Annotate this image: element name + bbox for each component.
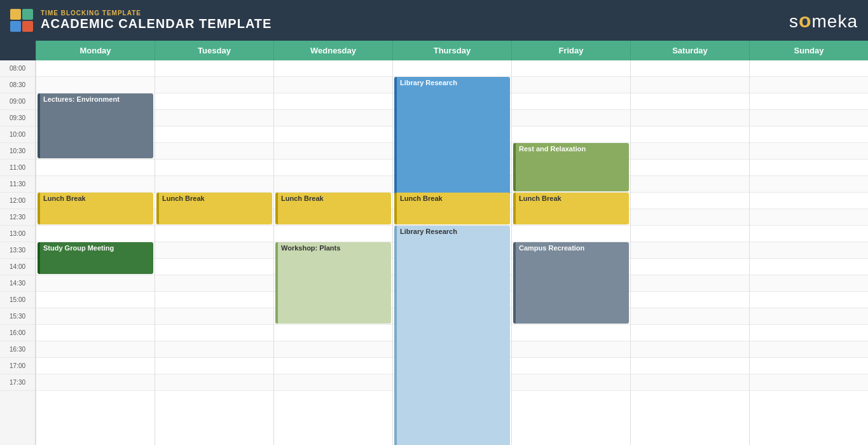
cell-tuesday-1330: [155, 242, 273, 259]
template-title: ACADEMIC CALENDAR TEMPLATE: [41, 17, 272, 31]
cell-saturday-1530: [631, 308, 749, 325]
cell-friday-0800: [512, 60, 630, 77]
cell-monday-1700: [36, 358, 155, 374]
cell-sunday-1100: [750, 160, 868, 176]
cell-monday-1500: [36, 292, 155, 308]
day-header-wednesday: Wednesday: [273, 41, 392, 60]
cell-saturday-1700: [631, 358, 749, 374]
cell-wednesday-1030: [274, 143, 392, 160]
cell-sunday-1030: [750, 143, 868, 160]
cell-monday-1600: [36, 325, 155, 341]
template-subtitle: TIME BLOCKING TEMPLATE: [41, 10, 272, 17]
time-slot-1500: 15:00: [0, 292, 35, 308]
cell-saturday-0800: [631, 60, 749, 77]
cell-saturday-1600: [631, 325, 749, 341]
cell-tuesday-1000: [155, 127, 273, 143]
cell-friday-0930: [512, 110, 630, 127]
cell-saturday-0900: [631, 93, 749, 110]
day-headers: Monday Tuesday Wednesday Thursday Friday…: [0, 41, 868, 60]
cell-sunday-1600: [750, 325, 868, 341]
cell-saturday-1730: [631, 374, 749, 391]
time-slot-1200: 12:00: [0, 193, 35, 209]
event-tuesday-0[interactable]: Lunch Break: [156, 193, 272, 224]
day-header-friday: Friday: [511, 41, 630, 60]
cell-friday-1000: [512, 127, 630, 143]
cell-wednesday-0930: [274, 110, 392, 127]
cell-tuesday-1130: [155, 176, 273, 193]
event-thursday-1[interactable]: Lunch Break: [394, 193, 510, 224]
time-slot-1100: 11:00: [0, 160, 35, 176]
app-container: TIME BLOCKING TEMPLATE ACADEMIC CALENDAR…: [0, 0, 868, 445]
brand-logo: someka: [789, 9, 858, 32]
cell-friday-1600: [512, 325, 630, 341]
time-slot-0830: 08:30: [0, 77, 35, 93]
cell-sunday-1130: [750, 176, 868, 193]
cell-sunday-1400: [750, 259, 868, 275]
time-slot-1730: 17:30: [0, 374, 35, 391]
time-slot-1700: 17:00: [0, 358, 35, 374]
cell-saturday-1130: [631, 176, 749, 193]
cell-saturday-1330: [631, 242, 749, 259]
time-slot-1030: 10:30: [0, 143, 35, 160]
day-col-thursday: Library ResearchLunch BreakLibrary Resea…: [392, 60, 511, 445]
cell-tuesday-1630: [155, 341, 273, 358]
cell-tuesday-1030: [155, 143, 273, 160]
day-header-thursday: Thursday: [392, 41, 511, 60]
day-col-monday: Lectures: EnvironmentLunch BreakStudy Gr…: [36, 60, 155, 445]
calendar-wrapper[interactable]: Monday Tuesday Wednesday Thursday Friday…: [0, 41, 868, 445]
day-header-saturday: Saturday: [630, 41, 749, 60]
grid-body: 08:0008:3009:0009:3010:0010:3011:0011:30…: [0, 60, 868, 445]
cell-tuesday-1400: [155, 259, 273, 275]
logo-sq4: [22, 21, 33, 32]
cell-saturday-1400: [631, 259, 749, 275]
cell-saturday-1100: [631, 160, 749, 176]
cell-saturday-0930: [631, 110, 749, 127]
cell-wednesday-1700: [274, 358, 392, 374]
cell-monday-1530: [36, 308, 155, 325]
cell-sunday-1300: [750, 226, 868, 242]
event-wednesday-1[interactable]: Workshop: Plants: [275, 242, 391, 324]
cell-wednesday-1600: [274, 325, 392, 341]
cell-monday-1430: [36, 275, 155, 292]
cell-wednesday-0830: [274, 77, 392, 93]
cell-sunday-1630: [750, 341, 868, 358]
event-friday-0[interactable]: Rest and Relaxation: [513, 143, 629, 191]
day-header-monday: Monday: [36, 41, 155, 60]
logo-icon: [10, 9, 33, 32]
header-text: TIME BLOCKING TEMPLATE ACADEMIC CALENDAR…: [41, 10, 272, 31]
cell-wednesday-1100: [274, 160, 392, 176]
event-monday-0[interactable]: Lectures: Environment: [38, 93, 153, 158]
cell-sunday-0830: [750, 77, 868, 93]
cell-monday-1100: [36, 160, 155, 176]
cell-sunday-1000: [750, 127, 868, 143]
time-slot-1530: 15:30: [0, 308, 35, 325]
cell-tuesday-1100: [155, 160, 273, 176]
time-slot-1000: 10:00: [0, 127, 35, 143]
cell-sunday-1530: [750, 308, 868, 325]
header-left: TIME BLOCKING TEMPLATE ACADEMIC CALENDAR…: [10, 9, 272, 32]
cell-monday-1300: [36, 226, 155, 242]
time-slot-1600: 16:00: [0, 325, 35, 341]
event-monday-1[interactable]: Lunch Break: [38, 193, 153, 224]
time-slot-1330: 13:30: [0, 242, 35, 259]
event-wednesday-0[interactable]: Lunch Break: [275, 193, 391, 224]
cell-monday-0830: [36, 77, 155, 93]
cell-tuesday-0830: [155, 77, 273, 93]
day-col-friday: Rest and RelaxationLunch BreakCampus Rec…: [511, 60, 630, 445]
cell-tuesday-1500: [155, 292, 273, 308]
time-slot-1300: 13:00: [0, 226, 35, 242]
logo-sq2: [22, 9, 33, 20]
time-slot-1130: 11:30: [0, 176, 35, 193]
event-thursday-0[interactable]: Library Research: [394, 77, 510, 208]
cell-wednesday-1000: [274, 127, 392, 143]
cell-thursday-0800: [393, 60, 511, 77]
cell-tuesday-0800: [155, 60, 273, 77]
event-friday-1[interactable]: Lunch Break: [513, 193, 629, 224]
event-monday-2[interactable]: Study Group Meeting: [38, 242, 153, 274]
cell-saturday-0830: [631, 77, 749, 93]
cell-sunday-0930: [750, 110, 868, 127]
cell-monday-0800: [36, 60, 155, 77]
cell-tuesday-0900: [155, 93, 273, 110]
event-thursday-2[interactable]: Library Research: [394, 226, 510, 445]
event-friday-2[interactable]: Campus Recreation: [513, 242, 629, 324]
